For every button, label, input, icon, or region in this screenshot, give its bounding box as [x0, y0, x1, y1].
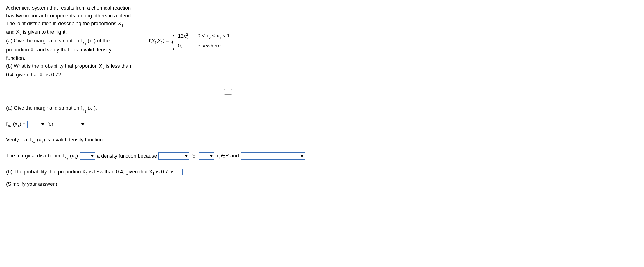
problem-statement: A chemical system that results from a ch…	[6, 4, 132, 80]
verify-text: a density function because	[97, 150, 157, 162]
case-value: 12x22,	[178, 31, 192, 41]
brace-icon: {	[171, 33, 174, 49]
probability-answer-input[interactable]	[176, 169, 183, 175]
prompt-line: has two important components among other…	[6, 13, 132, 19]
prompt-line: and X	[6, 29, 19, 35]
part-a-heading: (a) Give the marginal distribution fX1 (…	[6, 102, 638, 115]
for-label: for	[47, 118, 53, 130]
formula-lhs: f(x1,x2) =	[149, 38, 170, 43]
subscript: 1	[43, 75, 45, 79]
verify-sentence-row: The marginal distribution fX1 (x1) a den…	[6, 150, 638, 162]
prompt-line: A chemical system that results from a ch…	[6, 5, 131, 11]
chevron-down-icon	[300, 155, 304, 157]
section-divider	[6, 89, 638, 95]
prompt-line: (x	[88, 38, 92, 44]
reason1-dropdown[interactable]	[158, 152, 189, 160]
subscript: X1	[82, 41, 86, 45]
part-b-line: (b) The probability that proportion X2 i…	[6, 166, 638, 178]
more-pill[interactable]	[223, 89, 233, 95]
subscript: 2	[19, 32, 22, 36]
prompt-line: (a) Give the marginal distribution f	[6, 38, 82, 44]
prompt-line: function.	[6, 55, 25, 61]
fx1-domain-dropdown[interactable]	[55, 121, 86, 128]
fx1-expression-dropdown[interactable]	[27, 121, 46, 128]
prompt-line: proportion X	[6, 47, 34, 53]
verify-heading: Verify that fX1 (x1) is a valid density …	[6, 134, 638, 146]
prompt-line: and verify that it is a valid density	[36, 47, 112, 53]
is-isnot-dropdown[interactable]	[80, 152, 95, 160]
joint-density-formula: f(x1,x2) = { 12x22, 0 < x2 < x1 < 1 0,	[149, 4, 230, 50]
case-value: 0,	[178, 41, 192, 50]
case-condition: 0 < x2 < x1 < 1	[198, 31, 230, 41]
subscript: 1	[121, 24, 123, 28]
simplify-note: (Simplify your answer.)	[6, 182, 638, 187]
subscript: 1	[92, 41, 94, 45]
chevron-down-icon	[90, 155, 94, 157]
prompt-line: 0.4, given that X	[6, 72, 43, 78]
chevron-down-icon	[185, 155, 188, 157]
prompt-line: is given to the right.	[22, 29, 67, 35]
forall-dropdown[interactable]	[199, 152, 214, 160]
prompt-line: is less than	[105, 63, 131, 69]
prompt-line: (b) What is the probability that proport…	[6, 63, 102, 69]
prompt-line: ) of the	[94, 38, 110, 44]
for-label: for	[191, 150, 197, 162]
reason2-dropdown[interactable]	[241, 152, 305, 160]
x1-in-R-label: x1∈R and	[216, 150, 239, 162]
subscript: 2	[102, 66, 105, 70]
prompt-line: The joint distribution in describing the…	[6, 21, 121, 26]
case-condition: elsewhere	[198, 41, 221, 50]
subscript: 1	[34, 50, 36, 54]
chevron-down-icon	[41, 123, 44, 125]
prompt-line: is 0.7?	[45, 72, 61, 78]
chevron-down-icon	[210, 155, 213, 157]
chevron-down-icon	[81, 123, 85, 125]
fx1-equation-row: fX1 (x1) = for	[6, 118, 638, 131]
